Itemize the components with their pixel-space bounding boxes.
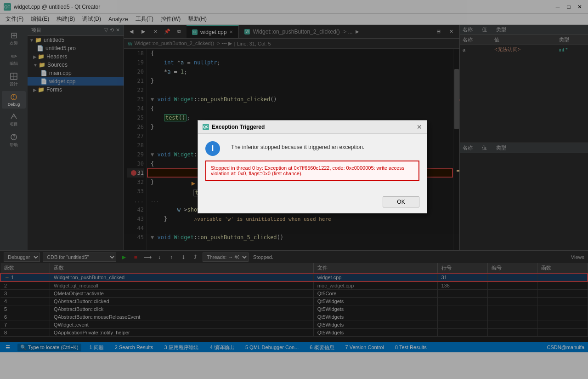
modal-ok-button[interactable]: OK	[383, 196, 419, 207]
modal-title-text: Exception Triggered	[212, 124, 265, 130]
modal-footer: OK	[198, 193, 427, 213]
modal-app-icon: QC	[203, 124, 209, 130]
modal-close-button[interactable]: ✕	[417, 123, 422, 131]
modal-message: The inferior stopped because it triggere…	[231, 141, 364, 150]
modal-info-icon: i	[205, 141, 220, 156]
modal-error-text: Stopped in thread 0 by: Exception at 0x7…	[211, 165, 404, 176]
exception-dialog: QC Exception Triggered ✕ i The inferior …	[198, 120, 427, 213]
modal-title: QC Exception Triggered	[203, 124, 265, 130]
modal-body: i The inferior stopped because it trigge…	[198, 134, 427, 193]
modal-error-box: Stopped in thread 0 by: Exception at 0x7…	[205, 161, 419, 181]
modal-title-bar: QC Exception Triggered ✕	[198, 121, 427, 134]
modal-overlay: QC Exception Triggered ✕ i The inferior …	[0, 0, 588, 379]
